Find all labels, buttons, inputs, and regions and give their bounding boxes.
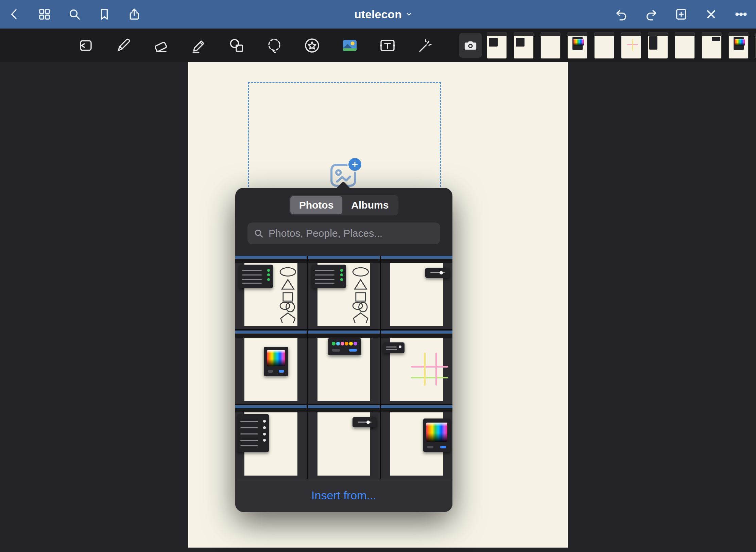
lasso-tool-button[interactable]	[265, 37, 283, 54]
text-tool-button[interactable]	[379, 37, 396, 54]
camera-button[interactable]	[459, 33, 482, 58]
page-thumbnail[interactable]	[675, 33, 694, 58]
bookmark-button[interactable]	[97, 7, 112, 22]
laser-pointer-tool-button[interactable]	[416, 37, 434, 54]
photo-thumbnail[interactable]	[381, 256, 452, 329]
zoom-tool-icon	[78, 37, 94, 54]
nav-right-group	[614, 0, 749, 29]
tools-group	[77, 29, 434, 62]
tool-bar	[0, 29, 756, 62]
app-window: utelecon	[0, 0, 756, 552]
undo-icon	[615, 7, 628, 21]
laser-pointer-tool-icon	[417, 37, 433, 54]
redo-button[interactable]	[644, 7, 659, 22]
add-page-button[interactable]	[674, 7, 689, 22]
page-thumbnail[interactable]	[541, 33, 560, 58]
search-button[interactable]	[67, 7, 82, 22]
search-icon	[254, 228, 264, 238]
photos-popover: Photos Albums Insert from...	[235, 188, 452, 512]
eraser-tool-icon	[153, 37, 169, 54]
page-thumbnail[interactable]	[568, 33, 587, 58]
close-button[interactable]	[704, 7, 719, 22]
photos-albums-segmented: Photos Albums	[289, 195, 399, 215]
tab-photos[interactable]: Photos	[290, 196, 343, 214]
text-tool-icon	[379, 37, 396, 54]
page-thumbnail[interactable]	[487, 33, 506, 58]
page-thumbnail[interactable]	[702, 33, 721, 58]
more-icon	[734, 7, 748, 21]
photo-thumbnail[interactable]	[308, 331, 379, 404]
search-icon	[68, 7, 81, 21]
shapes-tool-icon	[228, 37, 245, 54]
more-button[interactable]	[734, 7, 749, 22]
eraser-tool-button[interactable]	[152, 37, 170, 54]
pen-tool-button[interactable]	[115, 37, 132, 54]
highlighter-tool-button[interactable]	[190, 37, 208, 54]
page-thumbnails	[487, 29, 756, 62]
close-icon	[704, 7, 718, 21]
photo-thumbnail[interactable]	[235, 405, 307, 479]
elements-tool-button[interactable]	[303, 37, 321, 54]
insert-from-button[interactable]: Insert from...	[235, 479, 452, 512]
photo-search-field[interactable]	[247, 222, 440, 244]
page-thumbnail[interactable]	[514, 33, 533, 58]
page-thumbnail[interactable]	[595, 33, 614, 58]
search-input[interactable]	[268, 227, 434, 239]
plus-icon	[351, 161, 358, 168]
image-tool-icon	[342, 39, 357, 52]
chevron-down-icon	[405, 11, 413, 18]
share-icon	[127, 7, 141, 21]
highlighter-tool-icon	[191, 37, 207, 54]
pages-grid-button[interactable]	[37, 7, 52, 22]
pages-grid-icon	[38, 7, 51, 21]
tab-albums[interactable]: Albums	[342, 196, 397, 214]
camera-icon	[463, 38, 478, 53]
share-button[interactable]	[127, 7, 142, 22]
page-thumbnail[interactable]	[648, 33, 668, 58]
photo-thumbnail[interactable]	[381, 331, 452, 404]
photo-thumbnail[interactable]	[235, 256, 307, 329]
shapes-tool-button[interactable]	[228, 37, 245, 54]
page-title: utelecon	[354, 8, 402, 21]
back-button[interactable]	[7, 7, 22, 22]
elements-tool-icon	[304, 37, 320, 54]
photo-thumbnail[interactable]	[308, 256, 379, 329]
undo-button[interactable]	[614, 7, 629, 22]
nav-left-group	[7, 0, 142, 29]
photo-grid	[235, 256, 452, 479]
page-thumbnail[interactable]	[621, 33, 641, 58]
page-thumbnail[interactable]	[729, 33, 748, 58]
redo-icon	[645, 7, 658, 21]
add-page-icon	[674, 7, 688, 21]
zoom-tool-button[interactable]	[77, 37, 94, 54]
notebook-title-menu[interactable]: utelecon	[354, 0, 413, 29]
photo-thumbnail[interactable]	[308, 405, 379, 479]
bookmark-icon	[98, 7, 111, 21]
pen-tool-icon	[115, 37, 132, 54]
image-tool-button[interactable]	[341, 37, 359, 54]
photo-thumbnail[interactable]	[235, 331, 307, 404]
back-icon	[8, 7, 21, 21]
lasso-tool-icon	[266, 37, 282, 54]
add-photo-badge[interactable]	[348, 158, 361, 171]
photo-thumbnail[interactable]	[381, 405, 452, 479]
nav-bar: utelecon	[0, 0, 756, 29]
